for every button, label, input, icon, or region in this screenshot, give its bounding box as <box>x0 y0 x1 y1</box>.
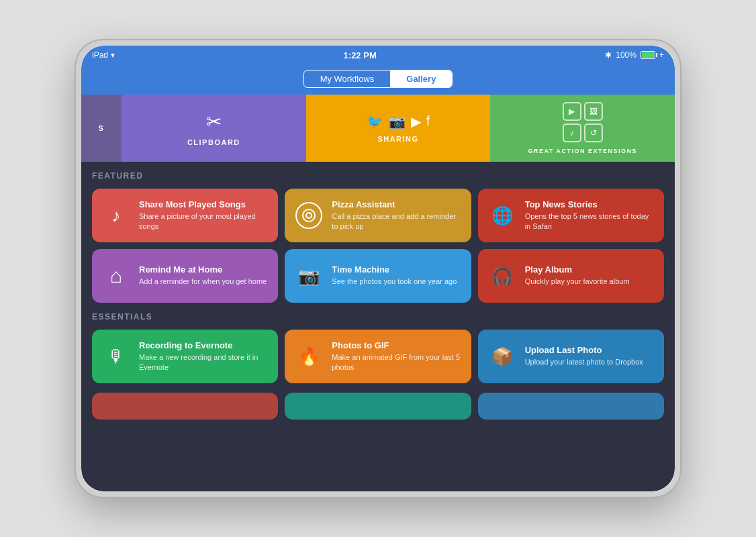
card-icon-wrap-news: 🌐 <box>487 201 517 230</box>
carrier-label: iPad <box>92 50 108 60</box>
tab-my-workflows[interactable]: My Workflows <box>304 70 391 87</box>
fire-icon: 🔥 <box>298 346 320 367</box>
card-time-machine[interactable]: 📷 Time Machine See the photos you took o… <box>285 249 471 303</box>
card-top-news[interactable]: 🌐 Top News Stories Opens the top 5 news … <box>478 189 664 242</box>
card-title-remind: Remind Me at Home <box>139 264 267 275</box>
twitter-icon: 🐦 <box>367 113 383 130</box>
card-icon-wrap-recording: 🎙 <box>101 342 131 371</box>
pizza-circle-icon <box>295 202 322 229</box>
card-icon-wrap-time: 📷 <box>294 261 324 291</box>
dropbox-icon: 📦 <box>491 346 513 367</box>
card-text-remind: Remind Me at Home Add a reminder for whe… <box>139 264 267 287</box>
banner-extensions-label: GREAT ACTION EXTENSIONS <box>528 148 637 154</box>
bluetooth-icon: ✱ <box>605 50 612 60</box>
extension-icons-grid: ▶ 🖼 ♪ ↺ <box>563 102 603 142</box>
card-upload-photo[interactable]: 📦 Upload Last Photo Upload your latest p… <box>478 330 664 383</box>
status-right: ✱ 100% + <box>605 50 664 60</box>
card-text-news: Top News Stories Opens the top 5 news st… <box>525 199 655 232</box>
card-text-upload: Upload Last Photo Upload your latest pho… <box>525 345 643 367</box>
card-desc-time: See the photos you took one year ago <box>332 277 457 287</box>
main-content: FEATURED ♪ Share Most Played Songs Share… <box>81 162 675 491</box>
card-remind-home[interactable]: ⌂ Remind Me at Home Add a reminder for w… <box>92 249 278 303</box>
essentials-cards-grid: 🎙 Recording to Evernote Make a new recor… <box>92 330 664 383</box>
card-title-pizza: Pizza Assistant <box>332 199 461 209</box>
card-icon-wrap-album: 🎧 <box>487 261 517 291</box>
home-icon: ⌂ <box>110 264 122 287</box>
card-desc-upload: Upload your latest photo to Dropbox <box>525 357 643 367</box>
status-bar: iPad ▾ 1:22 PM ✱ 100% + <box>81 46 675 64</box>
card-icon-wrap-remind: ⌂ <box>101 261 131 291</box>
microphone-icon: 🎙 <box>107 346 125 367</box>
card-title-gif: Photos to GIF <box>332 340 461 350</box>
card-desc-news: Opens the top 5 news stories of today in… <box>525 211 655 232</box>
battery-percent: 100% <box>616 50 636 60</box>
card-desc-gif: Make an animated GIF from your last 5 ph… <box>332 352 461 373</box>
tab-gallery[interactable]: Gallery <box>390 70 452 87</box>
instagram-icon: 📷 <box>389 113 406 130</box>
card-title-news: Top News Stories <box>525 199 655 209</box>
card-title-share-songs: Share Most Played Songs <box>139 199 269 209</box>
battery-fill <box>642 52 654 58</box>
facebook-icon: f <box>426 113 430 130</box>
youtube-icon: ▶ <box>411 113 421 130</box>
card-partial-3[interactable] <box>478 393 664 420</box>
scissors-icon: ✂ <box>206 111 222 133</box>
card-play-album[interactable]: 🎧 Play Album Quickly play your favorite … <box>478 249 664 303</box>
featured-cards-grid: ♪ Share Most Played Songs Share a pictur… <box>92 189 664 303</box>
globe-icon: 🌐 <box>491 205 513 226</box>
camera-icon: 📷 <box>298 266 320 287</box>
banner-clipboard-label: CLIPBOARD <box>187 138 240 146</box>
battery-indicator <box>641 51 655 59</box>
card-photos-gif[interactable]: 🔥 Photos to GIF Make an animated GIF fro… <box>285 330 471 383</box>
card-desc-album: Quickly play your favorite album <box>525 277 630 287</box>
card-icon-wrap-gif: 🔥 <box>294 342 324 371</box>
ext-icon-3: ♪ <box>563 124 581 142</box>
card-desc-pizza: Call a pizza place and add a reminder to… <box>332 211 461 232</box>
featured-section-title: FEATURED <box>92 171 664 181</box>
card-text-pizza: Pizza Assistant Call a pizza place and a… <box>332 199 461 232</box>
card-share-songs[interactable]: ♪ Share Most Played Songs Share a pictur… <box>92 189 278 242</box>
card-text-album: Play Album Quickly play your favorite al… <box>525 264 630 287</box>
status-left: iPad ▾ <box>92 50 115 60</box>
music-icon: ♪ <box>112 205 121 226</box>
card-title-recording: Recording to Evernote <box>139 340 269 350</box>
ipad-screen: iPad ▾ 1:22 PM ✱ 100% + My Workflows Gal… <box>81 46 675 491</box>
card-desc-remind: Add a reminder for when you get home <box>139 277 267 287</box>
ipad-frame: iPad ▾ 1:22 PM ✱ 100% + My Workflows Gal… <box>76 40 680 497</box>
time-display: 1:22 PM <box>344 50 377 60</box>
card-icon-wrap-pizza <box>294 201 324 230</box>
social-icons-row: 🐦 📷 ▶ f <box>367 113 430 130</box>
side-button <box>77 258 81 279</box>
wifi-icon: ▾ <box>111 50 115 60</box>
banner-shortcuts[interactable]: S <box>81 95 122 162</box>
headphones-icon: 🎧 <box>491 266 513 287</box>
card-text-share-songs: Share Most Played Songs Share a picture … <box>139 199 269 232</box>
card-icon-wrap-upload: 📦 <box>487 342 517 371</box>
card-title-album: Play Album <box>525 264 630 275</box>
nav-bar: My Workflows Gallery <box>81 64 675 95</box>
card-desc-recording: Make a new recording and store it in Eve… <box>139 352 269 373</box>
card-icon-wrap-share-songs: ♪ <box>101 201 131 230</box>
category-banner: S ✂ CLIPBOARD 🐦 📷 ▶ f SHARING ▶ <box>81 95 675 162</box>
ext-icon-2: 🖼 <box>584 102 603 121</box>
card-text-gif: Photos to GIF Make an animated GIF from … <box>332 340 461 373</box>
ext-icon-1: ▶ <box>563 102 581 121</box>
card-desc-share-songs: Share a picture of your most played song… <box>139 211 269 232</box>
card-title-upload: Upload Last Photo <box>525 345 643 355</box>
banner-clipboard[interactable]: ✂ CLIPBOARD <box>122 95 306 162</box>
banner-shortcuts-label: S <box>99 124 105 132</box>
banner-extensions[interactable]: ▶ 🖼 ♪ ↺ GREAT ACTION EXTENSIONS <box>490 95 675 162</box>
card-text-time: Time Machine See the photos you took one… <box>332 264 457 287</box>
battery-bar <box>641 51 655 59</box>
bottom-partial-grid <box>92 393 664 420</box>
card-text-recording: Recording to Evernote Make a new recordi… <box>139 340 269 373</box>
card-title-time: Time Machine <box>332 264 457 275</box>
charge-icon: + <box>659 50 664 60</box>
card-recording-evernote[interactable]: 🎙 Recording to Evernote Make a new recor… <box>92 330 278 383</box>
card-pizza-assistant[interactable]: Pizza Assistant Call a pizza place and a… <box>285 189 471 242</box>
card-partial-2[interactable] <box>285 393 471 420</box>
banner-sharing[interactable]: 🐦 📷 ▶ f SHARING <box>306 95 491 162</box>
card-partial-1[interactable] <box>92 393 278 420</box>
ext-icon-4: ↺ <box>584 124 603 142</box>
segmented-control: My Workflows Gallery <box>303 70 453 88</box>
